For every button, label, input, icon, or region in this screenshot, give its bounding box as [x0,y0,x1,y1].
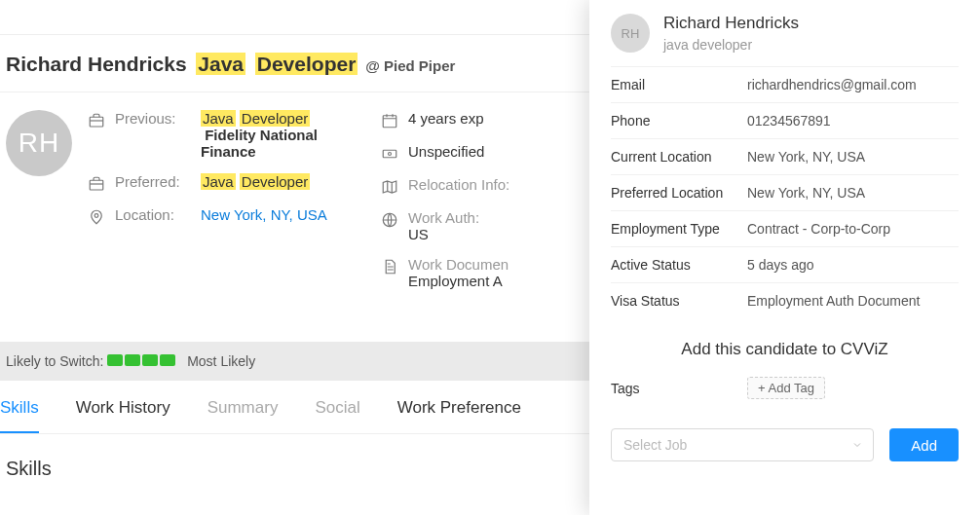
preferred-label: Preferred: [115,173,191,190]
globe-icon [381,211,398,229]
panel-active-value: 5 days ago [747,257,959,273]
switch-bar: Likely to Switch: Most Likely [0,342,589,381]
svg-rect-3 [383,116,396,128]
workauth-value: Work Auth: US [408,209,479,242]
briefcase-icon [88,112,105,129]
svg-point-2 [94,214,98,218]
relocation-label: Relocation Info: [408,176,509,193]
map-icon [381,178,398,196]
row-location: Location: New York, NY, USA [88,206,365,226]
svg-rect-4 [383,150,396,158]
row-preferred: Preferred: Java Developer [88,173,365,193]
profile-company: @ Pied Piper [365,57,455,74]
panel-curloc-value: New York, NY, USA [747,149,959,165]
panel-active-label: Active Status [611,257,747,273]
panel-row-active: Active Status5 days ago [611,246,959,282]
select-job-dropdown[interactable]: Select Job [611,428,874,461]
profile-name: Richard Hendricks [6,53,187,76]
panel-emptype-value: Contract - Corp-to-Corp [747,221,959,237]
panel-email-value: richardhendrics@gmail.com [747,77,959,92]
panel-row-emptype: Employment TypeContract - Corp-to-Corp [611,210,959,246]
svg-rect-0 [90,117,103,127]
panel-header: RH Richard Hendricks java developer [611,14,959,53]
panel-cta: Add this candidate to CVViZ [611,340,959,359]
side-panel: RH Richard Hendricks java developer Emai… [589,0,980,515]
briefcase-icon [88,175,105,193]
add-tag-button[interactable]: + Add Tag [747,377,825,399]
location-value[interactable]: New York, NY, USA [201,206,327,223]
row-relocation: Relocation Info: [381,176,589,196]
svg-point-5 [389,153,392,156]
panel-visa-label: Visa Status [611,293,747,309]
panel-name: Richard Hendricks [663,14,799,33]
panel-row-visa: Visa StatusEmployment Auth Document [611,282,959,318]
profile-col-left: Previous: Java Developer Fidelity Nation… [88,110,365,303]
document-icon [381,258,398,276]
tags-row: Tags + Add Tag [611,377,959,399]
profile-header: Richard Hendricks Java Developer @ Pied … [0,35,589,92]
select-job-placeholder: Select Job [623,437,687,453]
panel-prefloc-value: New York, NY, USA [747,185,959,201]
profile-title-tag2: Developer [249,53,358,76]
panel-row-phone: Phone01234567891 [611,102,959,138]
tags-label: Tags [611,381,747,396]
panel-visa-value: Employment Auth Document [747,293,959,309]
row-experience: 4 years exp [381,110,589,129]
profile-body: RH Previous: Java Developer Fidelity Nat… [0,92,589,342]
tabs: Skills Work History Summary Social Work … [0,381,589,434]
actions-row: Select Job Add [611,428,959,461]
chevron-down-icon [851,439,863,451]
panel-email-label: Email [611,77,747,92]
location-label: Location: [115,206,191,223]
panel-prefloc-label: Preferred Location [611,185,747,201]
main-profile-area: Richard Hendricks Java Developer @ Pied … [0,0,589,480]
panel-row-prefloc: Preferred LocationNew York, NY, USA [611,174,959,210]
row-salary: Unspecified [381,143,589,163]
workdoc-value: Work Documen Employment A [408,256,509,289]
avatar: RH [6,110,72,176]
add-button[interactable]: Add [889,428,959,461]
switch-status: Most Likely [187,353,255,369]
experience-value: 4 years exp [408,110,484,127]
tab-summary[interactable]: Summary [207,398,279,433]
section-skills-heading: Skills [0,434,589,480]
panel-phone-label: Phone [611,113,747,129]
row-previous: Previous: Java Developer Fidelity Nation… [88,110,365,160]
panel-avatar: RH [611,14,650,53]
tab-work-history[interactable]: Work History [76,398,170,433]
switch-meter [107,353,177,369]
previous-label: Previous: [115,110,191,127]
svg-rect-1 [90,180,103,190]
row-workauth: Work Auth: US [381,209,589,242]
cash-icon [381,145,398,163]
profile-col-right: 4 years exp Unspecified Relocation Info: [381,110,589,303]
panel-phone-value: 01234567891 [747,113,959,129]
previous-value: Java Developer Fidelity National Finance [201,110,365,160]
preferred-value: Java Developer [201,173,310,190]
row-workdoc: Work Documen Employment A [381,256,589,289]
tab-social[interactable]: Social [315,398,359,433]
top-spacer [0,0,589,35]
panel-row-curloc: Current LocationNew York, NY, USA [611,138,959,174]
salary-value: Unspecified [408,143,484,160]
panel-subtitle: java developer [663,37,799,53]
panel-row-email: Emailrichardhendrics@gmail.com [611,66,959,102]
switch-label: Likely to Switch: [6,353,103,369]
calendar-icon [381,112,398,129]
panel-curloc-label: Current Location [611,149,747,165]
tab-work-preferences[interactable]: Work Preference [397,398,521,433]
location-icon [88,208,105,226]
panel-emptype-label: Employment Type [611,221,747,237]
profile-title-tag1: Java [190,53,245,76]
tab-skills[interactable]: Skills [0,398,39,433]
